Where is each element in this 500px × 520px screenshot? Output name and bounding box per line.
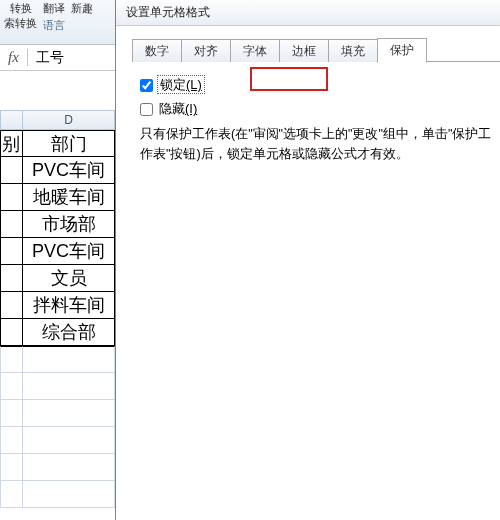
cell[interactable] — [0, 427, 22, 454]
tab-border[interactable]: 边框 — [279, 39, 329, 62]
cell[interactable] — [22, 373, 115, 400]
fx-icon[interactable]: fx — [0, 49, 28, 66]
table-row — [0, 454, 115, 481]
formula-value[interactable]: 工号 — [28, 49, 64, 67]
spreadsheet-fragment: D 别 部门 PVC车间 地暖车间 市场部 PVC车间 文员 拌料车间 — [0, 110, 115, 508]
cell[interactable]: PVC车间 — [22, 157, 115, 184]
ribbon-fragment: 转换 索转换 翻译 语言 新趣 — [0, 0, 115, 45]
table-row: 地暖车间 — [0, 184, 115, 211]
table-row: 拌料车间 — [0, 292, 115, 319]
protect-tab-pane: 锁定(L) 隐藏(I) 只有保护工作表(在"审阅"选项卡上的"更改"组中，单击"… — [132, 62, 500, 172]
cell[interactable]: 部门 — [22, 130, 115, 157]
cell[interactable] — [0, 481, 22, 508]
cell[interactable] — [0, 211, 22, 238]
cell[interactable]: 地暖车间 — [22, 184, 115, 211]
column-header[interactable] — [0, 110, 22, 130]
cell[interactable]: 综合部 — [22, 319, 115, 346]
ribbon-item[interactable]: 转换 — [10, 2, 32, 15]
table-row — [0, 427, 115, 454]
table-row: 文员 — [0, 265, 115, 292]
cell[interactable] — [22, 400, 115, 427]
cell[interactable]: 别 — [0, 130, 22, 157]
formula-bar: fx 工号 — [0, 45, 115, 71]
tab-align[interactable]: 对齐 — [181, 39, 231, 62]
cell[interactable] — [0, 265, 22, 292]
cell[interactable] — [0, 373, 22, 400]
format-cells-dialog: 设置单元格格式 数字 对齐 字体 边框 填充 保护 锁定(L) 隐藏(I) — [115, 0, 500, 520]
cell[interactable] — [0, 157, 22, 184]
ribbon-item[interactable]: 翻译 — [43, 2, 65, 15]
ribbon-group-label: 语言 — [43, 19, 65, 32]
cell[interactable] — [0, 454, 22, 481]
table-row: 别 部门 — [0, 130, 115, 157]
dialog-tabs: 数字 对齐 字体 边框 填充 保护 — [132, 37, 500, 62]
cell[interactable] — [0, 346, 22, 373]
tab-font[interactable]: 字体 — [230, 39, 280, 62]
cell[interactable] — [0, 184, 22, 211]
table-row: PVC车间 — [0, 238, 115, 265]
hide-label[interactable]: 隐藏(I) — [159, 100, 197, 118]
ribbon-item[interactable]: 新趣 — [71, 2, 93, 15]
table-row — [0, 400, 115, 427]
hide-checkbox[interactable] — [140, 103, 153, 116]
cell[interactable]: 拌料车间 — [22, 292, 115, 319]
protect-note: 只有保护工作表(在"审阅"选项卡上的"更改"组中，单击"保护工作表"按钮)后，锁… — [140, 124, 492, 164]
tab-number[interactable]: 数字 — [132, 39, 182, 62]
cell[interactable]: 文员 — [22, 265, 115, 292]
cell[interactable] — [22, 427, 115, 454]
table-row: PVC车间 — [0, 157, 115, 184]
lock-checkbox[interactable] — [140, 79, 153, 92]
table-row — [0, 373, 115, 400]
cell[interactable] — [0, 292, 22, 319]
lock-label[interactable]: 锁定(L) — [159, 76, 203, 94]
ribbon-item[interactable]: 索转换 — [4, 17, 37, 30]
table-row: 综合部 — [0, 319, 115, 346]
cell[interactable]: 市场部 — [22, 211, 115, 238]
cell[interactable] — [0, 238, 22, 265]
cell[interactable] — [0, 400, 22, 427]
table-row — [0, 346, 115, 373]
table-row — [0, 481, 115, 508]
cell[interactable] — [0, 319, 22, 346]
column-header[interactable]: D — [22, 110, 115, 130]
table-row: 市场部 — [0, 211, 115, 238]
cell[interactable] — [22, 454, 115, 481]
tab-fill[interactable]: 填充 — [328, 39, 378, 62]
tab-protect[interactable]: 保护 — [377, 38, 427, 63]
cell[interactable] — [22, 346, 115, 373]
cell[interactable]: PVC车间 — [22, 238, 115, 265]
cell[interactable] — [22, 481, 115, 508]
dialog-title: 设置单元格格式 — [116, 0, 500, 26]
